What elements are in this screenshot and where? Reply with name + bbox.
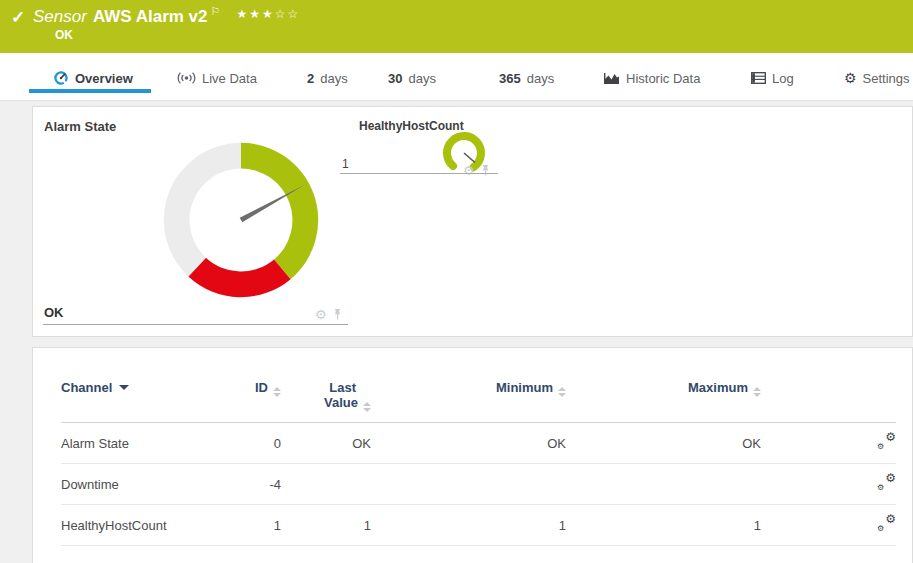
gear-icon: ⚙ bbox=[877, 443, 884, 451]
channel-name-cell[interactable]: Downtime bbox=[61, 464, 231, 505]
gear-icon: ⚙ bbox=[877, 525, 884, 533]
sensor-status-text: OK bbox=[55, 28, 73, 42]
gauge-icon bbox=[53, 70, 69, 86]
flag-icon[interactable]: ⚐ bbox=[211, 5, 221, 18]
gear-icon: ⚙ bbox=[885, 513, 896, 525]
tab-log[interactable]: Log bbox=[751, 66, 794, 90]
gauge-segment-ok bbox=[241, 143, 318, 279]
gauge-gear-icon[interactable]: ⚙ bbox=[463, 164, 475, 177]
column-header-id[interactable]: ID bbox=[231, 372, 281, 423]
sort-icon bbox=[363, 402, 371, 412]
active-tab-underline bbox=[29, 89, 151, 93]
settings-gear-icon: ⚙ bbox=[844, 71, 857, 85]
column-header-minimum[interactable]: Minimum bbox=[371, 372, 566, 423]
channel-settings-gears-icon[interactable]: ⚙⚙ bbox=[877, 474, 896, 492]
live-data-icon bbox=[177, 71, 196, 85]
tab-settings[interactable]: ⚙ Settings bbox=[844, 66, 910, 90]
healthy-host-gauge-value: 1 bbox=[342, 157, 349, 171]
tab-live-data-label: Live Data bbox=[202, 71, 257, 86]
sensor-name: AWS Alarm v2 bbox=[93, 7, 208, 26]
column-header-settings bbox=[761, 372, 896, 423]
tab-live-data[interactable]: Live Data bbox=[177, 66, 257, 90]
sensor-titlebar: ✓ SensorAWS Alarm v2⚐★★★☆☆ OK bbox=[0, 0, 913, 53]
tab-30-days[interactable]: 30 days bbox=[388, 66, 436, 90]
maximum-cell: 1 bbox=[566, 505, 761, 546]
sort-desc-icon bbox=[119, 385, 129, 390]
id-cell: 0 bbox=[231, 423, 281, 464]
minimum-cell bbox=[371, 464, 566, 505]
pin-icon[interactable] bbox=[332, 308, 343, 321]
gear-icon: ⚙ bbox=[885, 431, 896, 443]
mini-gauge-underline bbox=[340, 173, 498, 174]
tab-log-label: Log bbox=[772, 71, 794, 86]
channel-settings-gears-icon[interactable]: ⚙⚙ bbox=[877, 433, 896, 451]
stars-filled: ★★★ bbox=[236, 7, 274, 21]
tab-365-days-number: 365 bbox=[499, 71, 521, 86]
column-header-maximum[interactable]: Maximum bbox=[566, 372, 761, 423]
column-header-channel-label: Channel bbox=[61, 380, 112, 395]
alarm-gauge-actions: ⚙ bbox=[315, 308, 343, 321]
table-row: Alarm State 0 OK OK OK ⚙⚙ bbox=[61, 423, 896, 464]
column-header-value-label: Value bbox=[324, 395, 358, 410]
healthy-gauge-actions: ⚙ bbox=[463, 164, 491, 177]
sort-icon bbox=[558, 387, 566, 397]
channel-settings-gears-icon[interactable]: ⚙⚙ bbox=[877, 515, 896, 533]
channel-table-panel: Channel ID Last Value Minimum Maximum bbox=[32, 347, 913, 563]
tab-30-days-number: 30 bbox=[388, 71, 402, 86]
column-header-last-value[interactable]: Last Value bbox=[281, 372, 371, 423]
sort-icon bbox=[753, 387, 761, 397]
id-cell: 1 bbox=[231, 505, 281, 546]
historic-data-icon bbox=[604, 72, 620, 85]
tab-2-days[interactable]: 2 days bbox=[307, 66, 348, 90]
alarm-state-gauge bbox=[160, 139, 322, 301]
alarm-state-gauge-value: OK bbox=[44, 305, 64, 320]
minimum-cell: 1 bbox=[371, 505, 566, 546]
table-row: Downtime -4 ⚙⚙ bbox=[61, 464, 896, 505]
sensor-type-label: Sensor bbox=[33, 7, 87, 26]
sensor-title-line: SensorAWS Alarm v2⚐★★★☆☆ bbox=[33, 5, 300, 27]
gauge-gear-icon[interactable]: ⚙ bbox=[315, 308, 327, 321]
stars-empty: ☆☆ bbox=[275, 7, 301, 21]
last-value-cell bbox=[281, 464, 371, 505]
tab-2-days-label: days bbox=[320, 71, 347, 86]
column-header-channel[interactable]: Channel bbox=[61, 372, 231, 423]
id-cell: -4 bbox=[231, 464, 281, 505]
column-header-minimum-label: Minimum bbox=[496, 380, 553, 395]
alarm-state-gauge-title: Alarm State bbox=[44, 119, 116, 134]
channel-table-header-row: Channel ID Last Value Minimum Maximum bbox=[61, 372, 896, 423]
tab-historic-data-label: Historic Data bbox=[626, 71, 700, 86]
pin-icon[interactable] bbox=[480, 164, 491, 177]
sort-icon bbox=[273, 387, 281, 397]
tab-settings-label: Settings bbox=[863, 71, 910, 86]
last-value-cell: 1 bbox=[281, 505, 371, 546]
channel-name-cell[interactable]: HealthyHostCount bbox=[61, 505, 231, 546]
column-header-maximum-label: Maximum bbox=[688, 380, 748, 395]
maximum-cell bbox=[566, 464, 761, 505]
column-header-last-label: Last bbox=[281, 380, 356, 395]
gauge-underline bbox=[43, 324, 348, 325]
tab-overview[interactable]: Overview bbox=[53, 66, 133, 90]
channel-name-cell[interactable]: Alarm State bbox=[61, 423, 231, 464]
minimum-cell: OK bbox=[371, 423, 566, 464]
log-icon bbox=[751, 72, 766, 84]
tab-bar: Overview Live Data 2 days 30 days 365 da… bbox=[0, 53, 913, 100]
tab-365-days[interactable]: 365 days bbox=[499, 66, 554, 90]
mini-gauge-needle bbox=[464, 153, 475, 163]
gear-icon: ⚙ bbox=[877, 484, 884, 492]
tab-2-days-number: 2 bbox=[307, 71, 314, 86]
status-ok-check-icon: ✓ bbox=[11, 7, 25, 28]
last-value-cell: OK bbox=[281, 423, 371, 464]
content-area: Alarm State OK ⚙ HealthyHostCount 1 ⚙ bbox=[0, 100, 913, 563]
column-header-id-label: ID bbox=[255, 380, 268, 395]
tab-30-days-label: days bbox=[408, 71, 435, 86]
gauge-segment-nodata bbox=[164, 143, 241, 277]
gauges-panel: Alarm State OK ⚙ HealthyHostCount 1 ⚙ bbox=[32, 106, 913, 337]
channel-table: Channel ID Last Value Minimum Maximum bbox=[61, 372, 896, 546]
tab-historic-data[interactable]: Historic Data bbox=[604, 66, 700, 90]
priority-stars[interactable]: ★★★☆☆ bbox=[236, 7, 300, 21]
tab-365-days-label: days bbox=[527, 71, 554, 86]
maximum-cell: OK bbox=[566, 423, 761, 464]
table-row: HealthyHostCount 1 1 1 1 ⚙⚙ bbox=[61, 505, 896, 546]
gauge-segment-alarm bbox=[188, 258, 290, 298]
tab-overview-label: Overview bbox=[75, 71, 133, 86]
